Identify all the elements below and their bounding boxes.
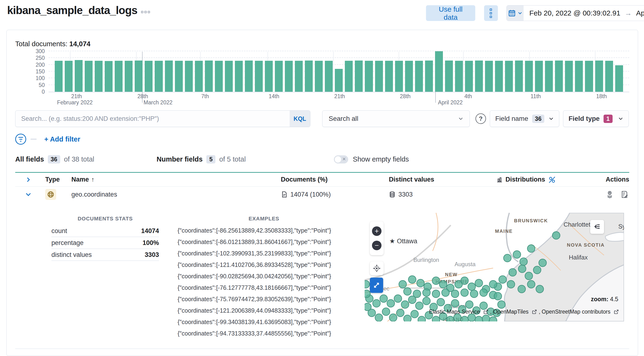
histogram-bar	[265, 61, 273, 92]
column-header-documents: Documents (%)	[277, 176, 384, 183]
example-item: {"coordinates":[-86.25613889,42.35083333…	[178, 227, 363, 239]
document-edit-icon	[621, 191, 628, 198]
geo-point-dot	[528, 280, 535, 288]
histogram-bar	[95, 61, 102, 92]
globe-icon	[47, 191, 54, 198]
calendar-dropdown-button[interactable]	[507, 6, 524, 21]
example-item: {"coordinates":[-102.3990931,35.23199833…	[178, 250, 363, 261]
histogram-bar	[505, 61, 513, 92]
histogram-bar	[465, 61, 473, 92]
date-range-end[interactable]: Apr 2	[636, 9, 644, 17]
histogram-bar	[245, 61, 253, 92]
fit-to-data-button[interactable]	[370, 261, 384, 275]
documents-percent-value: 14074 (100%)	[290, 191, 331, 198]
map-place-label: NOVA SCOTIA	[567, 242, 605, 248]
examples-title: EXAMPLES	[172, 216, 356, 222]
geo-point-dot	[518, 285, 526, 293]
index-options-icon[interactable]	[141, 11, 150, 13]
histogram-bar	[455, 61, 463, 92]
x-axis-tick: 28th	[137, 93, 148, 100]
histogram-bar	[305, 61, 313, 92]
histogram-bar	[545, 61, 553, 92]
map-place-label: NEW	[445, 272, 458, 277]
geo-point-dot	[470, 290, 478, 298]
field-name[interactable]: geo.coordinates	[68, 191, 277, 198]
geo-point-dot	[375, 314, 383, 321]
column-header-name[interactable]: Name↑	[68, 176, 277, 183]
example-item: {"coordinates":[-86.01213889,31.86041667…	[178, 239, 363, 250]
geo-point-dot	[364, 290, 370, 298]
y-axis-tick: 300	[36, 48, 45, 55]
histogram-bar	[365, 61, 373, 92]
expanded-field-details: DOCUMENTS STATS count14074percentage100%…	[15, 202, 629, 350]
kql-button[interactable]: KQL	[290, 111, 310, 127]
attribution-link[interactable]: OpenStreetMap contributors	[542, 309, 610, 315]
number-fields-summary: Number fields 5 of 5 total	[156, 155, 246, 163]
geo-point-dot	[552, 232, 560, 239]
collapse-legend-button[interactable]	[590, 220, 604, 234]
help-button[interactable]: ?	[476, 113, 486, 124]
geo-point-dot	[396, 309, 404, 317]
search-all-select[interactable]: Search all	[322, 110, 470, 127]
data-visualizer-panel: Total documents: 14,074 0501001502002503…	[6, 30, 638, 356]
collapse-row-chevron-icon[interactable]	[25, 191, 32, 198]
add-filter-button[interactable]: + Add filter	[44, 135, 80, 143]
geo-point-dot	[451, 290, 459, 298]
x-axis-tick: 28th	[400, 93, 410, 100]
attribution-link[interactable]: OpenMapTiles	[493, 309, 528, 315]
map-place-label: ★ Ottawa	[389, 238, 418, 245]
date-range-picker[interactable]: Feb 20, 2022 @ 00:39:02.91 → Apr 2	[506, 5, 644, 21]
example-item: {"coordinates":[-121.2006389,44.09483333…	[178, 307, 363, 319]
geo-point-dot	[364, 280, 370, 288]
geo-point-dot	[513, 251, 521, 258]
x-axis-tick: 21th	[334, 93, 345, 100]
sort-ascending-icon: ↑	[92, 176, 94, 183]
menu-left-icon	[593, 223, 601, 231]
search-input[interactable]	[16, 115, 290, 122]
histogram-bar	[105, 61, 112, 92]
hide-distributions-icon[interactable]	[548, 176, 556, 184]
geo-point-dot	[461, 289, 468, 296]
histogram-bar	[185, 61, 193, 92]
geo-point-dot	[387, 299, 394, 307]
histogram-bar	[205, 61, 213, 92]
histogram-bar	[335, 69, 343, 92]
geo-point-dot	[432, 277, 440, 284]
zoom-out-button[interactable]: −	[372, 241, 382, 250]
date-range-start[interactable]: Feb 20, 2022 @ 00:39:02.91	[529, 9, 620, 17]
map-zoom-level: zoom: 4.5	[591, 296, 618, 303]
column-header-type: Type	[42, 176, 68, 183]
geo-point-dot	[446, 316, 454, 321]
expand-map-button[interactable]	[370, 278, 383, 293]
x-axis-month-label: March 2022	[144, 99, 172, 106]
expand-all-chevron-icon[interactable]	[25, 176, 32, 183]
histogram-bar	[85, 61, 92, 92]
coordinates-map[interactable]: BRUNSWICKCharlottetownSyMAINE★ OttawaNOV…	[364, 213, 624, 321]
geo-point-dot	[466, 301, 473, 308]
zoom-in-button[interactable]: +	[372, 226, 382, 236]
show-empty-fields-toggle[interactable]: ✕	[334, 155, 348, 163]
histogram-bar	[405, 61, 413, 92]
edit-field-button[interactable]	[621, 191, 628, 198]
column-header-distributions: Distributions	[491, 176, 586, 184]
histogram-bar	[605, 61, 613, 92]
explore-in-maps-button[interactable]	[606, 191, 614, 198]
geo-point-type-tile	[45, 189, 56, 200]
map-place-label: Sy	[618, 223, 624, 230]
histogram-bar	[595, 61, 603, 92]
attribution-link[interactable]: Elastic Maps Service	[429, 309, 480, 315]
x-axis-tick: 21th	[71, 93, 82, 100]
use-full-data-button[interactable]: Use full data	[426, 5, 475, 21]
more-options-button[interactable]	[484, 5, 498, 21]
histogram-bar	[495, 61, 503, 92]
filter-options-icon[interactable]	[15, 134, 26, 145]
number-fields-count-badge: 5	[206, 155, 216, 163]
histogram-bar	[425, 61, 433, 92]
histogram-bar	[435, 51, 443, 92]
field-type-dropdown[interactable]: Field type 1	[563, 110, 629, 127]
crosshair-icon	[373, 264, 381, 272]
map-canvas: BRUNSWICKCharlottetownSyMAINE★ OttawaNOV…	[364, 213, 624, 321]
field-name-dropdown[interactable]: Field name 36	[490, 110, 559, 127]
y-axis-tick: 50	[38, 82, 45, 88]
chevron-down-icon	[458, 116, 463, 121]
